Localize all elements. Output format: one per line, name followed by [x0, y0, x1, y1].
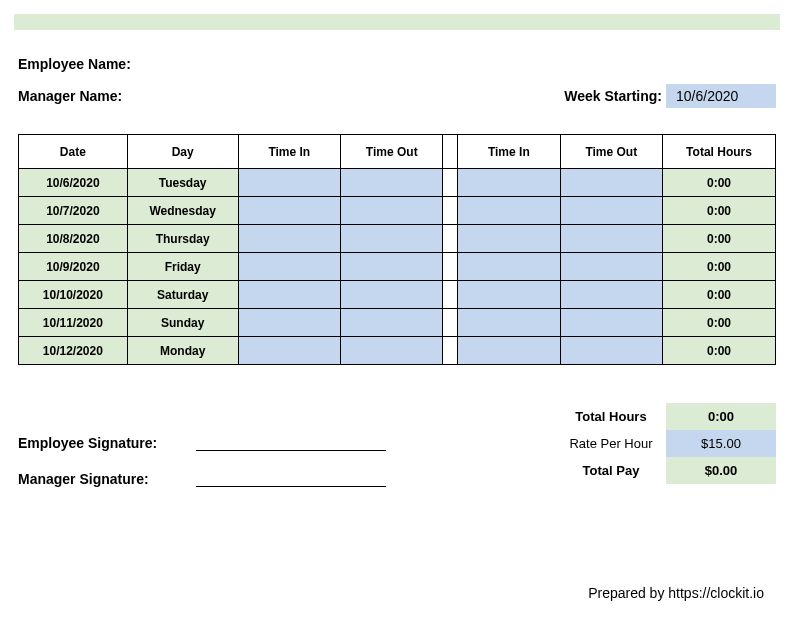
- cell-separator: [443, 309, 458, 337]
- rate-label: Rate Per Hour: [556, 430, 666, 457]
- cell-separator: [443, 253, 458, 281]
- cell-time-out-2[interactable]: [560, 337, 662, 365]
- timesheet-table: Date Day Time In Time Out Time In Time O…: [18, 134, 776, 365]
- cell-time-out-2[interactable]: [560, 197, 662, 225]
- employee-name-label: Employee Name:: [18, 56, 131, 72]
- cell-total-hours: 0:00: [663, 253, 776, 281]
- footer-text: Prepared by https://clockit.io: [588, 585, 764, 601]
- table-row: 10/7/2020Wednesday0:00: [19, 197, 776, 225]
- employee-signature-row: Employee Signature:: [18, 435, 386, 451]
- cell-time-in-2[interactable]: [458, 253, 560, 281]
- th-time-out-2: Time Out: [560, 135, 662, 169]
- cell-time-in-1[interactable]: [238, 225, 340, 253]
- cell-date: 10/12/2020: [19, 337, 128, 365]
- week-starting-wrap: Week Starting: 10/6/2020: [564, 84, 776, 108]
- cell-time-in-2[interactable]: [458, 169, 560, 197]
- th-date: Date: [19, 135, 128, 169]
- th-total-hours: Total Hours: [663, 135, 776, 169]
- cell-separator: [443, 225, 458, 253]
- cell-time-out-1[interactable]: [341, 169, 443, 197]
- table-row: 10/10/2020Saturday0:00: [19, 281, 776, 309]
- cell-time-in-2[interactable]: [458, 225, 560, 253]
- employee-signature-label: Employee Signature:: [18, 435, 188, 451]
- cell-separator: [443, 197, 458, 225]
- cell-time-out-1[interactable]: [341, 225, 443, 253]
- cell-date: 10/10/2020: [19, 281, 128, 309]
- table-row: 10/9/2020Friday0:00: [19, 253, 776, 281]
- top-banner: [14, 14, 780, 30]
- table-row: 10/11/2020Sunday0:00: [19, 309, 776, 337]
- cell-time-in-1[interactable]: [238, 309, 340, 337]
- cell-date: 10/7/2020: [19, 197, 128, 225]
- summary-table: Total Hours 0:00 Rate Per Hour $15.00 To…: [556, 403, 776, 484]
- cell-date: 10/6/2020: [19, 169, 128, 197]
- employee-signature-line[interactable]: [196, 435, 386, 451]
- cell-time-out-1[interactable]: [341, 281, 443, 309]
- cell-time-in-2[interactable]: [458, 281, 560, 309]
- cell-total-hours: 0:00: [663, 281, 776, 309]
- cell-day: Thursday: [127, 225, 238, 253]
- cell-time-in-1[interactable]: [238, 337, 340, 365]
- cell-day: Monday: [127, 337, 238, 365]
- total-hours-label: Total Hours: [556, 403, 666, 430]
- cell-total-hours: 0:00: [663, 197, 776, 225]
- cell-time-in-2[interactable]: [458, 197, 560, 225]
- week-starting-value[interactable]: 10/6/2020: [666, 84, 776, 108]
- cell-separator: [443, 169, 458, 197]
- table-header-row: Date Day Time In Time Out Time In Time O…: [19, 135, 776, 169]
- cell-time-out-2[interactable]: [560, 225, 662, 253]
- cell-time-out-2[interactable]: [560, 309, 662, 337]
- cell-time-out-1[interactable]: [341, 197, 443, 225]
- cell-time-out-1[interactable]: [341, 253, 443, 281]
- total-pay-value: $0.00: [666, 457, 776, 484]
- manager-name-label: Manager Name:: [18, 88, 122, 104]
- cell-time-in-2[interactable]: [458, 337, 560, 365]
- cell-total-hours: 0:00: [663, 309, 776, 337]
- cell-date: 10/9/2020: [19, 253, 128, 281]
- week-starting-label: Week Starting:: [564, 88, 662, 104]
- th-separator: [443, 135, 458, 169]
- cell-day: Sunday: [127, 309, 238, 337]
- cell-time-out-1[interactable]: [341, 309, 443, 337]
- summary-section: Total Hours 0:00 Rate Per Hour $15.00 To…: [18, 403, 776, 507]
- manager-signature-row: Manager Signature:: [18, 471, 386, 487]
- timesheet-table-wrap: Date Day Time In Time Out Time In Time O…: [18, 134, 776, 365]
- cell-time-in-1[interactable]: [238, 253, 340, 281]
- cell-total-hours: 0:00: [663, 169, 776, 197]
- cell-time-out-2[interactable]: [560, 253, 662, 281]
- th-time-in-1: Time In: [238, 135, 340, 169]
- th-day: Day: [127, 135, 238, 169]
- header-section: Employee Name: Manager Name: Week Starti…: [18, 56, 776, 108]
- cell-time-out-2[interactable]: [560, 281, 662, 309]
- cell-day: Tuesday: [127, 169, 238, 197]
- cell-total-hours: 0:00: [663, 225, 776, 253]
- total-hours-value: 0:00: [666, 403, 776, 430]
- th-time-out-1: Time Out: [341, 135, 443, 169]
- cell-time-in-1[interactable]: [238, 169, 340, 197]
- th-time-in-2: Time In: [458, 135, 560, 169]
- manager-signature-label: Manager Signature:: [18, 471, 188, 487]
- cell-time-in-2[interactable]: [458, 309, 560, 337]
- cell-time-out-2[interactable]: [560, 169, 662, 197]
- rate-value[interactable]: $15.00: [666, 430, 776, 457]
- table-row: 10/6/2020Tuesday0:00: [19, 169, 776, 197]
- signature-block: Employee Signature: Manager Signature:: [18, 435, 386, 507]
- cell-separator: [443, 281, 458, 309]
- table-row: 10/12/2020Monday0:00: [19, 337, 776, 365]
- table-row: 10/8/2020Thursday0:00: [19, 225, 776, 253]
- manager-signature-line[interactable]: [196, 471, 386, 487]
- cell-time-out-1[interactable]: [341, 337, 443, 365]
- cell-date: 10/11/2020: [19, 309, 128, 337]
- cell-day: Saturday: [127, 281, 238, 309]
- cell-time-in-1[interactable]: [238, 281, 340, 309]
- cell-time-in-1[interactable]: [238, 197, 340, 225]
- total-pay-label: Total Pay: [556, 457, 666, 484]
- cell-day: Friday: [127, 253, 238, 281]
- cell-day: Wednesday: [127, 197, 238, 225]
- cell-separator: [443, 337, 458, 365]
- cell-total-hours: 0:00: [663, 337, 776, 365]
- cell-date: 10/8/2020: [19, 225, 128, 253]
